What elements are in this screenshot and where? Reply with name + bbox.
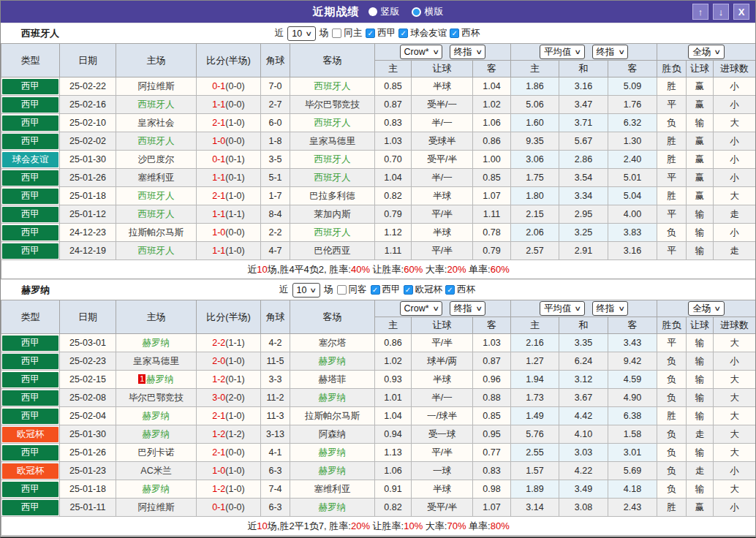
odds-source-select[interactable]: Crow*∨ <box>400 45 443 59</box>
match-count-select[interactable]: 10 ∨ <box>287 26 316 41</box>
euro-draw-odds: 2.91 <box>559 242 608 260</box>
final-odds-select-1[interactable]: 终指∨ <box>450 301 486 316</box>
full-match-select[interactable]: 全场∨ <box>688 301 725 316</box>
result-goals: 小 <box>714 499 756 517</box>
match-row: 西甲25-01-26塞维利亚1-1(0-1)5-1西班牙人1.04半/一0.85… <box>1 169 756 187</box>
score: 1-1(0-1) <box>197 169 261 187</box>
away-team: 莱加内斯 <box>290 205 375 224</box>
league-label: 西杯 <box>461 27 480 39</box>
halftime-score: (1-0) <box>225 118 244 128</box>
handicap-home-odds: 0.83 <box>375 114 412 132</box>
col-header-goals: 进球数 <box>714 317 756 334</box>
move-up-button[interactable]: ↑ <box>692 4 708 20</box>
euro-away-odds: 4.59 <box>608 371 657 389</box>
result-goals: 大 <box>714 425 756 444</box>
final-odds-select-1[interactable]: 终指∨ <box>450 45 486 59</box>
move-down-button[interactable]: ↓ <box>713 4 729 20</box>
average-odds-select[interactable]: 平均值∨ <box>540 45 585 59</box>
arrow-up-icon: ↑ <box>698 7 703 18</box>
euro-draw-odds: 4.42 <box>559 407 608 425</box>
competition-badge: 西甲 <box>2 134 58 149</box>
match-date: 25-01-26 <box>60 169 116 187</box>
league-checkbox-西甲[interactable]: ✓西甲 <box>371 284 401 296</box>
euro-draw-odds: 3.12 <box>559 371 608 389</box>
handicap-line: 半/一 <box>412 169 473 187</box>
match-count-select[interactable]: 10 ∨ <box>292 283 321 298</box>
result-winlose: 胜 <box>657 499 687 517</box>
euro-away-odds: 1.58 <box>608 425 657 444</box>
handicap-away-odds: 0.87 <box>473 352 511 371</box>
result-handicap: 赢 <box>687 169 714 187</box>
away-team: 西班牙人 <box>290 169 375 187</box>
match-date: 25-02-23 <box>60 352 116 371</box>
same-venue-checkbox[interactable]: 同主 <box>332 27 362 39</box>
layout-radio-horizontal[interactable]: 横版 <box>412 5 444 18</box>
fulltime-score: 1-1 <box>212 246 225 256</box>
team-section: 赫罗纳 近 10 ∨ 场 同客 ✓西甲✓欧冠杯✓西杯 <box>1 279 755 536</box>
league-checkbox-球会友谊[interactable]: ✓球会友谊 <box>398 27 447 39</box>
competition-badge: 西甲 <box>2 409 58 424</box>
euro-home-odds: 1.73 <box>511 389 559 407</box>
away-team-name: 莱加内斯 <box>314 209 351 219</box>
col-header-ah-result: 让球 <box>687 61 714 77</box>
final-odds-select-2[interactable]: 终指∨ <box>592 301 629 316</box>
team-section: 西班牙人 近 10 ∨ 场 同主 ✓西甲✓球会友谊✓西杯 <box>1 23 755 279</box>
close-button[interactable]: X <box>733 4 749 20</box>
corners: 11-5 <box>261 352 290 371</box>
halftime-score: (1-0) <box>225 356 244 366</box>
handicap-away-odds: 0.85 <box>473 169 511 187</box>
odds-source-select[interactable]: Crow*∨ <box>400 301 443 316</box>
result-winlose: 平 <box>657 242 687 260</box>
league-checkbox-西甲[interactable]: ✓西甲 <box>366 27 396 39</box>
result-winlose: 负 <box>657 425 687 444</box>
league-checkbox-欧冠杯[interactable]: ✓欧冠杯 <box>404 284 443 296</box>
col-header-home: 主场 <box>116 44 197 77</box>
match-date: 24-12-19 <box>60 242 116 260</box>
corners: 6-3 <box>261 462 290 480</box>
match-date: 25-01-12 <box>60 205 116 224</box>
euro-home-odds: 2.06 <box>511 224 559 242</box>
home-team: 西班牙人 <box>116 187 197 205</box>
home-team-name: 西班牙人 <box>138 246 175 256</box>
final-odds-select-2[interactable]: 终指∨ <box>592 45 629 59</box>
handicap-away-odds: 0.98 <box>473 480 511 499</box>
col-header-2: 客 <box>608 61 657 77</box>
layout-radio-vertical[interactable]: 竖版 <box>368 5 400 18</box>
average-odds-select[interactable]: 平均值∨ <box>540 301 585 316</box>
result-scope-header: 全场∨ <box>657 44 756 61</box>
competition-badge: 西甲 <box>2 189 58 204</box>
corners: 11-3 <box>261 407 290 425</box>
halftime-score: (1-0) <box>225 411 244 421</box>
result-winlose: 平 <box>657 334 687 352</box>
match-row: 西甲25-01-18西班牙人2-1(1-0)1-7巴拉多利德0.82半球1.07… <box>1 187 756 205</box>
fulltime-score: 2-1 <box>212 191 225 201</box>
handicap-line: 半球 <box>412 187 473 205</box>
full-match-select[interactable]: 全场∨ <box>688 45 725 59</box>
col-header-home-odds: 主 <box>375 61 412 77</box>
result-goals: 大 <box>714 444 756 462</box>
euro-away-odds: 6.32 <box>608 114 657 132</box>
summary-text: 70% <box>447 520 466 531</box>
result-goals: 大 <box>714 334 756 352</box>
col-header-away: 客场 <box>290 300 375 334</box>
halftime-score: (2-0) <box>225 393 244 403</box>
fulltime-score: 2-2 <box>212 338 225 348</box>
match-date: 25-02-15 <box>60 371 116 389</box>
summary-text: 40% <box>351 264 370 275</box>
same-venue-label: 同主 <box>344 27 362 39</box>
handicap-line: 半球 <box>412 371 473 389</box>
score: 0-1(0-0) <box>197 499 261 517</box>
league-checkbox-西杯[interactable]: ✓西杯 <box>445 284 475 296</box>
result-winlose: 平 <box>657 205 687 224</box>
league-checkbox-西杯[interactable]: ✓西杯 <box>450 27 480 39</box>
away-team: 西班牙人 <box>290 77 375 96</box>
score: 1-1(1-1) <box>197 205 261 224</box>
handicap-odds-header: Crow*∨ 终指∨ <box>375 300 511 317</box>
checked-checkbox-icon: ✓ <box>398 29 408 38</box>
match-row: 西甲25-02-151赫罗纳1-2(0-1)3-3赫塔菲0.93半球0.961.… <box>1 371 756 389</box>
match-row: 欧冠杯25-01-23AC米兰1-0(1-0)6-3赫罗纳1.06一球0.831… <box>1 462 756 480</box>
fulltime-score: 1-1 <box>212 209 225 219</box>
same-venue-checkbox[interactable]: 同客 <box>337 284 367 296</box>
result-handicap: 输 <box>687 389 714 407</box>
summary-text: 单率: <box>466 520 490 531</box>
